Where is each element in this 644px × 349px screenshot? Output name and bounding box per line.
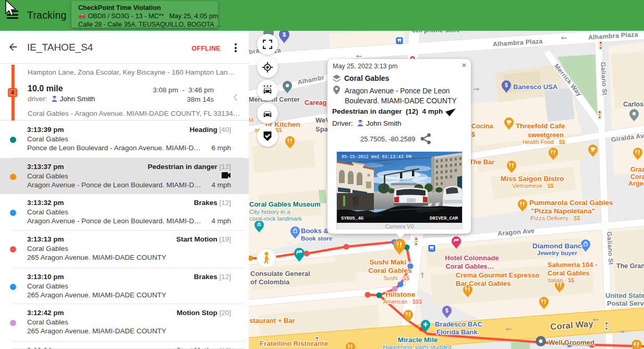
svg-text:The Gran: The Gran [616,262,644,270]
svg-text:Grazi: Grazi [630,166,644,173]
svg-text:City history in a: City history in a [249,209,290,215]
svg-text:Bar Coral Gables: Bar Coral Gables [456,280,511,287]
svg-text:Coral: Coral [630,173,644,180]
svg-text:Hotel Colonnade: Hotel Colonnade [445,254,499,262]
svg-text:American · $$$: American · $$$ [383,298,422,305]
svg-text:Coral Gables Museum: Coral Gables Museum [249,200,321,208]
svg-text:Salumeria 104 -: Salumeria 104 - [548,261,597,269]
svg-text:Carlos: Carlos [623,101,643,108]
svg-text:Pummarola Coral Gables: Pummarola Coral Gables [529,199,613,207]
svg-text:Merrick Way: Merrick Way [553,63,583,98]
svg-text:Galiano St: Galiano St [599,62,608,96]
svg-text:Coral Gables: Coral Gables [548,269,589,277]
svg-text:Miss Saigon Bistro: Miss Saigon Bistro [501,175,564,183]
svg-text:Sushi Maki -: Sushi Maki - [370,258,411,266]
svg-text:Hillstone: Hillstone [385,291,415,298]
svg-text:sweetgreen: sweetgreen [528,131,564,139]
svg-text:coral-rock landmark: coral-rock landmark [249,215,302,222]
svg-text:Alhambr: Alhambr [297,74,325,86]
svg-text:Galiano St: Galiano St [605,232,614,266]
svg-text:Bradesco BAC: Bradesco BAC [435,320,483,328]
svg-text:Fratellino Ristorante: Fratellino Ristorante [260,340,329,347]
svg-text:cell phone store: cell phone store [412,31,460,34]
svg-text:Sushi · $$: Sushi · $$ [383,275,409,281]
svg-text:05-25-2022 Wed 03:13:43 PM: 05-25-2022 Wed 03:13:43 PM [342,154,411,160]
svg-text:Alhambra Plaza: Alhambra Plaza [588,31,638,41]
svg-text:SYRUS_4G: SYRUS_4G [341,216,363,221]
svg-text:Aragon Ave: Aragon Ave [497,227,535,237]
svg-text:DRIVER_CAM: DRIVER_CAM [430,216,458,221]
svg-text:Italian · $$: Italian · $$ [548,277,574,283]
svg-text:Giralda Av: Giralda Av [611,132,644,143]
svg-text:Florida Bank: Florida Bank [436,328,478,336]
svg-text:Argent: Argent [628,180,644,187]
svg-text:Well Groomed: Well Groomed [549,339,594,346]
svg-text:Vietnamese · $$: Vietnamese · $$ [512,183,554,189]
svg-text:Alhambra Plaza: Alhambra Plaza [492,38,543,48]
svg-text:M: M [249,117,253,123]
svg-text:The Bar: The Bar [469,158,494,166]
svg-text:"Pizza Napoletana": "Pizza Napoletana" [531,207,595,215]
svg-text:Banesco USA: Banesco USA [513,83,558,91]
svg-text:Coral Way: Coral Way [550,319,594,332]
svg-text:staurant + Bar: staurant + Bar [249,317,295,324]
svg-text:United State: United State [605,292,644,299]
svg-text:Miracle Mile: Miracle Mile [398,336,438,344]
svg-text:Postal Servic: Postal Servic [607,299,644,307]
svg-text:Book store: Book store [301,235,332,242]
svg-text:Diamond Banc: Diamond Banc [532,242,582,250]
svg-text:Consulate General: Consulate General [250,270,310,278]
svg-text:Coral Gables: Coral Gables [368,267,411,274]
svg-text:Books &: Books & [301,227,329,235]
svg-text:Spa: Spa [315,125,329,133]
svg-text:Coral Gables…: Coral Gables… [445,262,494,270]
svg-text:$: $ [471,131,475,138]
svg-text:Happening, palm-studded: Happening, palm-studded [383,344,452,349]
svg-text:Careag: Careag [305,99,326,106]
svg-text:of Colombia: of Colombia [250,278,290,286]
svg-text:Cocina: Cocina [471,123,494,130]
svg-text:Jewelry buyer: Jewelry buyer [537,250,577,256]
svg-text:Health Food · $$: Health Food · $$ [523,139,565,145]
svg-text:Crema Gourmet Espresso: Crema Gourmet Espresso [456,271,539,279]
svg-text:Pizza Delivery · $$: Pizza Delivery · $$ [530,215,580,221]
svg-text:Threefold Cafe: Threefold Cafe [516,122,565,130]
